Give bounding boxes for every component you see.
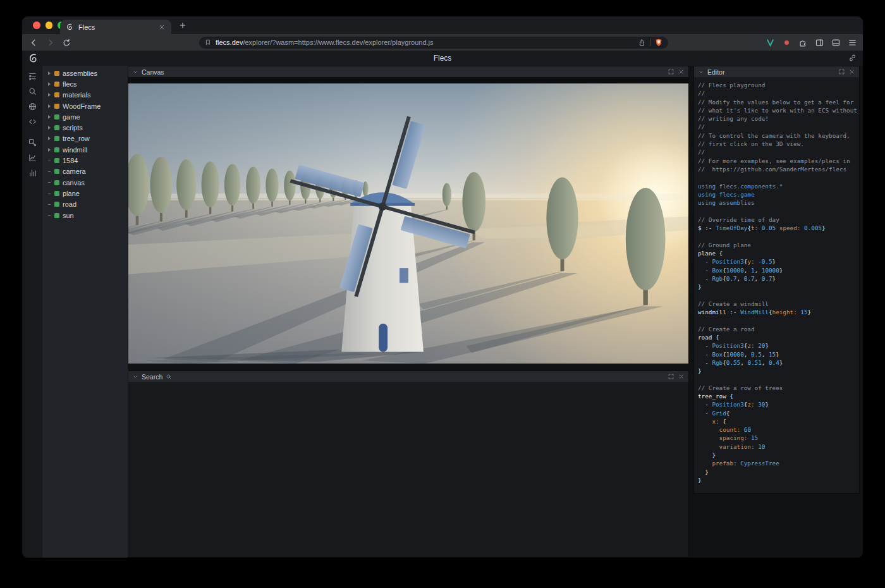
share-link-icon[interactable] — [848, 53, 857, 63]
entity-tree: assembliesflecsmaterialsWoodFramegamescr… — [42, 66, 128, 558]
expand-arrow-icon[interactable] — [47, 126, 51, 130]
fullscreen-icon[interactable] — [668, 373, 674, 380]
address-bar[interactable]: flecs.dev/explorer/?wasm=https://www.fle… — [199, 37, 668, 49]
collapse-chevron-icon[interactable] — [132, 374, 138, 380]
tree-item-label: flecs — [63, 80, 77, 88]
entity-color-square — [54, 169, 59, 174]
extensions-puzzle-icon[interactable] — [798, 38, 808, 47]
close-button[interactable] — [33, 21, 40, 29]
entity-color-square — [54, 202, 59, 207]
bookmark-icon[interactable] — [204, 39, 212, 46]
chart-icon[interactable] — [28, 153, 37, 162]
code-icon[interactable] — [28, 117, 37, 126]
module-color-square — [54, 82, 59, 87]
flecs-explorer-page: Flecs assembliesflecsmaterialsWoodFrameg… — [22, 51, 863, 558]
url-text: flecs.dev/explorer/?wasm=https://www.fle… — [216, 39, 634, 46]
entity-color-square — [54, 147, 59, 152]
fullscreen-icon[interactable] — [838, 68, 845, 75]
tree-item-materials[interactable]: materials — [42, 90, 128, 101]
expand-arrow-icon[interactable] — [47, 93, 51, 97]
tree-item-label: road — [63, 200, 76, 208]
expand-arrow-icon[interactable] — [47, 115, 51, 119]
browser-toolbar: flecs.dev/explorer/?wasm=https://www.fle… — [22, 34, 863, 51]
expand-arrow-icon[interactable] — [47, 148, 51, 152]
tree-item-tree_row[interactable]: tree_row — [42, 133, 128, 144]
collapse-chevron-icon[interactable] — [132, 69, 138, 75]
editor-panel-title: Editor — [707, 68, 724, 76]
leaf-dash-icon — [47, 182, 51, 183]
side-panel-icon[interactable] — [815, 38, 824, 47]
expand-arrow-icon[interactable] — [47, 71, 51, 75]
entity-color-square — [54, 136, 59, 141]
tree-item-label: plane — [63, 190, 80, 197]
tree-item-label: game — [63, 113, 80, 121]
shield-icon[interactable] — [654, 38, 663, 47]
search-icon[interactable] — [28, 87, 37, 96]
tree-item-camera[interactable]: camera — [42, 166, 128, 177]
module-color-square — [54, 104, 59, 109]
search-results-area[interactable] — [128, 382, 688, 557]
tree-item-label: camera — [63, 168, 86, 175]
new-tab-button[interactable] — [178, 21, 187, 30]
record-extension-icon[interactable] — [782, 38, 791, 47]
url-path: /explorer/?wasm=https://www.flecs.dev/ex… — [243, 39, 433, 46]
browser-tab[interactable]: Flecs — [60, 20, 171, 34]
canvas-3d-scene[interactable] — [128, 77, 688, 364]
tree-item-windmill[interactable]: windmill — [42, 144, 128, 155]
refresh-button[interactable] — [62, 38, 71, 47]
search-panel-header: Search — [128, 371, 688, 382]
canvas-panel-title: Canvas — [142, 68, 164, 76]
entity-color-square — [54, 158, 59, 163]
share-icon[interactable] — [638, 39, 646, 47]
expand-arrow-icon[interactable] — [47, 82, 51, 86]
tree-item-sun[interactable]: sun — [42, 210, 128, 221]
tree-item-label: materials — [63, 91, 91, 99]
close-panel-icon[interactable] — [678, 373, 685, 380]
menu-icon[interactable] — [848, 38, 857, 47]
page-body: assembliesflecsmaterialsWoodFramegamescr… — [22, 66, 863, 558]
tab-close-icon[interactable] — [158, 23, 166, 31]
tree-item-WoodFrame[interactable]: WoodFrame — [42, 101, 128, 111]
minimize-button[interactable] — [46, 21, 53, 29]
toolbar-extensions — [766, 34, 857, 51]
module-color-square — [54, 71, 59, 76]
tab-title: Flecs — [78, 23, 154, 31]
flecs-favicon — [66, 23, 74, 31]
tree-item-canvas[interactable]: canvas — [42, 177, 128, 188]
inspector-icon[interactable] — [28, 138, 37, 147]
search-panel-title: Search — [142, 373, 162, 381]
entity-color-square — [54, 125, 59, 130]
code-editor[interactable]: // Flecs playground//// Modify the value… — [694, 77, 859, 493]
tree-item-assemblies[interactable]: assemblies — [42, 68, 128, 78]
scene-icon[interactable] — [28, 102, 37, 111]
collapse-chevron-icon[interactable] — [698, 69, 704, 75]
back-button[interactable] — [29, 38, 39, 47]
expand-arrow-icon[interactable] — [47, 104, 51, 108]
tree-item-plane[interactable]: plane — [42, 188, 128, 199]
outliner-icon[interactable] — [28, 71, 37, 81]
close-panel-icon[interactable] — [678, 68, 685, 75]
tree-item-flecs[interactable]: flecs — [42, 78, 128, 89]
tab-bar: Flecs — [22, 16, 863, 34]
search-panel: Search — [128, 371, 689, 558]
tree-item-label: tree_row — [63, 135, 90, 142]
close-panel-icon[interactable] — [848, 68, 855, 75]
tree-item-1584[interactable]: 1584 — [42, 155, 128, 166]
tree-item-label: canvas — [63, 179, 85, 187]
tree-item-scripts[interactable]: scripts — [42, 122, 128, 133]
entity-color-square — [54, 213, 59, 218]
leaf-dash-icon — [47, 193, 51, 193]
fullscreen-icon[interactable] — [668, 68, 674, 75]
downloads-panel-icon[interactable] — [831, 38, 841, 47]
stats-icon[interactable] — [28, 168, 37, 178]
tree-item-road[interactable]: road — [42, 199, 128, 210]
v-extension-icon[interactable] — [766, 38, 775, 47]
tree-item-game[interactable]: game — [42, 111, 128, 122]
expand-arrow-icon[interactable] — [47, 137, 51, 140]
entity-color-square — [54, 180, 59, 185]
tree-item-label: 1584 — [63, 157, 78, 164]
tree-item-label: WoodFrame — [63, 102, 101, 110]
leaf-dash-icon — [47, 161, 51, 161]
url-divider — [650, 39, 650, 46]
canvas-panel: Canvas — [128, 66, 689, 364]
